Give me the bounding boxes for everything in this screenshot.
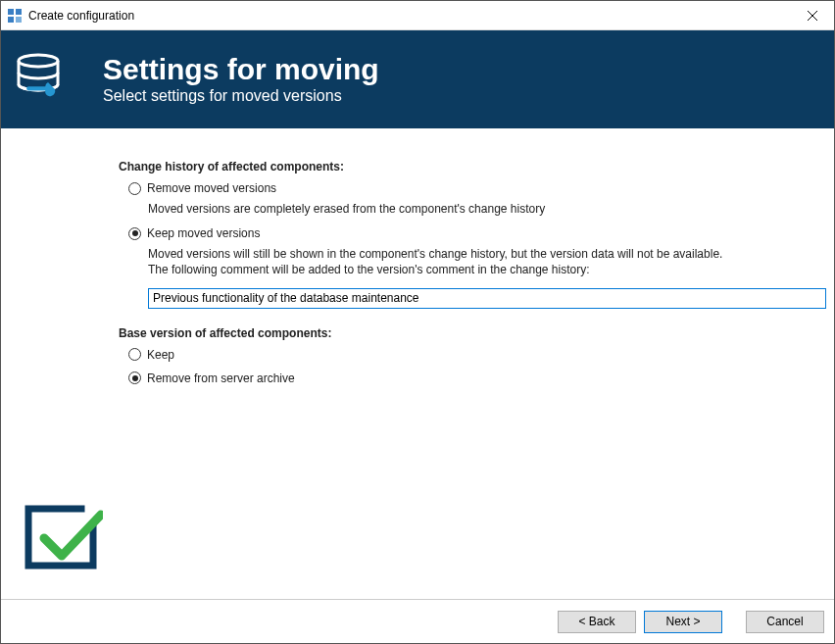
svg-rect-0 <box>8 9 14 15</box>
app-icon <box>7 8 23 24</box>
radio-label: Remove moved versions <box>147 181 276 195</box>
svg-rect-1 <box>16 9 22 15</box>
radio-keep-moved[interactable]: Keep moved versions <box>128 226 810 240</box>
remove-desc: Moved versions are completely erased fro… <box>148 201 810 217</box>
dialog-window: Create configuration Settings for moving… <box>0 0 835 644</box>
checkmark-icon <box>19 495 103 579</box>
radio-base-remove[interactable]: Remove from server archive <box>128 372 810 385</box>
window-title: Create configuration <box>28 9 790 23</box>
radio-label: Keep <box>147 348 174 362</box>
keep-desc-line2: The following comment will be added to t… <box>148 263 590 276</box>
content: Change history of affected components: R… <box>1 128 834 599</box>
radio-icon <box>128 348 141 361</box>
section1-title: Change history of affected components: <box>119 160 810 173</box>
banner-subtitle: Select settings for moved versions <box>103 87 379 105</box>
radio-icon <box>128 182 141 195</box>
cancel-button[interactable]: Cancel <box>746 611 824 633</box>
radio-icon <box>128 372 141 384</box>
banner: Settings for moving Select settings for … <box>1 30 834 128</box>
radio-remove-moved[interactable]: Remove moved versions <box>128 181 810 195</box>
back-button[interactable]: < Back <box>558 611 636 633</box>
svg-point-6 <box>19 55 58 67</box>
database-wrench-icon <box>15 49 75 110</box>
footer: < Back Next > Cancel <box>1 599 834 643</box>
comment-input-wrap <box>148 288 810 309</box>
section2-title: Base version of affected components: <box>119 326 810 340</box>
banner-text: Settings for moving Select settings for … <box>103 54 379 105</box>
close-button[interactable] <box>790 1 834 30</box>
comment-input[interactable] <box>148 288 826 309</box>
radio-label: Keep moved versions <box>147 226 260 240</box>
svg-rect-2 <box>8 17 14 23</box>
next-button[interactable]: Next > <box>644 611 722 633</box>
svg-rect-3 <box>16 17 22 23</box>
keep-desc-line1: Moved versions will still be shown in th… <box>148 247 722 261</box>
titlebar: Create configuration <box>1 1 834 30</box>
radio-label: Remove from server archive <box>147 372 295 385</box>
radio-base-keep[interactable]: Keep <box>128 348 810 362</box>
radio-icon <box>128 227 141 240</box>
keep-desc: Moved versions will still be shown in th… <box>148 246 810 277</box>
banner-title: Settings for moving <box>103 54 379 85</box>
